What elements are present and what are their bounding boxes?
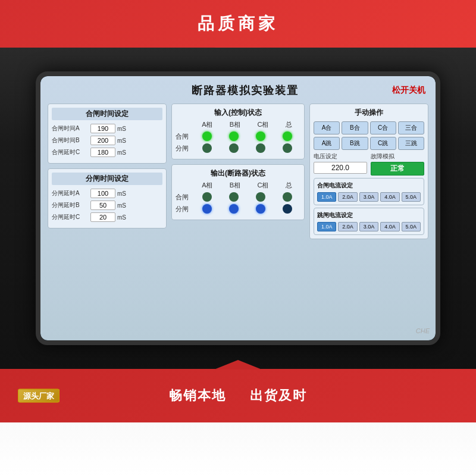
open-time-unit-a: mS <box>117 190 126 197</box>
input-open-dot-total <box>283 143 292 153</box>
input-close-dot-c <box>256 131 265 141</box>
btn-a-trip[interactable]: A跳 <box>314 137 340 150</box>
open-current-buttons: 1.0A 2.0A 3.0A 4.0A 5.0A <box>317 222 421 231</box>
screen-title-row: 断路器模拟实验装置 松开关机 <box>48 83 428 98</box>
open-time-section: 分闸时间设定 分闸延时A 100 mS 分闸延时B 50 mS 分闸延时C <box>48 168 167 228</box>
input-open-dots <box>193 143 300 153</box>
btn-c-trip[interactable]: C跳 <box>370 137 396 150</box>
che-indicator: CHE <box>416 327 430 334</box>
main-grid: 合闸时间设定 合闸时间A 190 mS 合闸时间B 200 mS 合闸延时 <box>48 104 428 324</box>
open-curr-btn-5[interactable]: 5.0A <box>402 222 421 231</box>
output-open-dot-c <box>256 204 265 214</box>
input-close-dot-total <box>283 131 292 141</box>
input-status-section: 输入(控制)状态 A相 B相 C相 总 合闸 <box>171 104 305 159</box>
input-header-total: 总 <box>286 120 292 129</box>
open-time-value-a[interactable]: 100 <box>90 189 115 198</box>
close-time-title: 合闸时间设定 <box>52 108 162 120</box>
open-time-row-b: 分闸延时B 50 mS <box>52 201 162 210</box>
close-time-label-b: 合闸时间B <box>52 136 90 145</box>
close-curr-btn-1[interactable]: 1.0A <box>317 192 336 202</box>
btn-all-close[interactable]: 三合 <box>398 121 424 134</box>
output-close-dot-total <box>283 192 292 202</box>
btn-a-close[interactable]: A合 <box>314 121 340 134</box>
open-time-value-c[interactable]: 20 <box>90 212 115 222</box>
close-current-title: 合闸电流设定 <box>317 181 421 190</box>
input-open-dot-a <box>202 143 212 153</box>
close-time-unit-a: mS <box>117 126 126 132</box>
output-close-dot-b <box>229 192 239 202</box>
input-status-header: A相 B相 C相 总 <box>176 120 300 129</box>
close-time-unit-c: mS <box>117 149 126 156</box>
close-time-value-b[interactable]: 200 <box>90 136 115 145</box>
output-status-section: 输出(断路器)状态 A相 B相 C相 总 合闸 <box>171 164 305 220</box>
input-header-b: B相 <box>230 120 240 129</box>
close-curr-btn-2[interactable]: 2.0A <box>338 192 357 202</box>
output-open-dot-total <box>283 204 292 214</box>
open-current-title: 跳闸电流设定 <box>317 211 421 220</box>
output-status-title: 输出(断路器)状态 <box>176 168 300 178</box>
close-current-section: 合闸电流设定 1.0A 2.0A 3.0A 4.0A 5.0A <box>314 178 424 205</box>
btn-all-trip[interactable]: 三跳 <box>398 137 424 150</box>
input-close-row: 合闸 <box>176 131 300 141</box>
output-open-dot-a <box>202 204 212 214</box>
input-open-dot-b <box>229 143 239 153</box>
open-curr-btn-3[interactable]: 3.0A <box>359 222 378 231</box>
top-banner: 品质商家 <box>0 0 476 48</box>
output-close-dot-c <box>256 192 265 202</box>
close-curr-btn-5[interactable]: 5.0A <box>402 192 421 202</box>
output-close-dot-a <box>202 192 212 202</box>
open-curr-btn-1[interactable]: 1.0A <box>317 222 336 231</box>
output-close-dots <box>193 192 300 202</box>
open-curr-btn-2[interactable]: 2.0A <box>338 222 357 231</box>
open-time-value-b[interactable]: 50 <box>90 201 115 210</box>
input-header-c: C相 <box>258 120 269 129</box>
input-status-title: 输入(控制)状态 <box>176 108 300 118</box>
input-close-dot-a <box>202 131 212 141</box>
slogan-1: 畅销本地 <box>169 387 226 405</box>
input-open-dot-c <box>256 143 265 153</box>
voltage-fault-row: 电压设定 220.0 故障模拟 正常 <box>314 152 424 176</box>
screen-panel: ⏻ 断路器模拟实验装置 松开关机 合闸时间设定 合闸时间A 19 <box>36 71 440 345</box>
output-header-c: C相 <box>258 181 269 190</box>
close-time-section: 合闸时间设定 合闸时间A 190 mS 合闸时间B 200 mS 合闸延时 <box>48 104 167 164</box>
fault-value[interactable]: 正常 <box>371 162 424 176</box>
voltage-section: 电压设定 220.0 <box>314 152 367 176</box>
close-curr-btn-3[interactable]: 3.0A <box>359 192 378 202</box>
btn-c-close[interactable]: C合 <box>370 121 396 134</box>
manual-btn-row1: A合 B合 C合 三合 <box>314 121 424 134</box>
shutdown-button[interactable]: 松开关机 <box>392 85 425 96</box>
open-time-row-a: 分闸延时A 100 mS <box>52 189 162 198</box>
btn-b-close[interactable]: B合 <box>342 121 368 134</box>
output-open-dots <box>193 204 300 214</box>
output-open-dot-b <box>229 204 239 214</box>
device-area: ⏻ 断路器模拟实验装置 松开关机 合闸时间设定 合闸时间A 19 <box>0 48 476 369</box>
voltage-value[interactable]: 220.0 <box>314 162 367 174</box>
output-header-a: A相 <box>202 181 212 190</box>
close-time-row-a: 合闸时间A 190 mS <box>52 124 162 133</box>
fault-section: 故障模拟 正常 <box>371 152 424 176</box>
open-current-section: 跳闸电流设定 1.0A 2.0A 3.0A 4.0A 5.0A <box>314 208 424 235</box>
close-time-unit-b: mS <box>117 137 126 144</box>
close-time-label-a: 合闸时间A <box>52 124 90 133</box>
close-time-row-c: 合闸延时C 180 mS <box>52 148 162 157</box>
input-close-label: 合闸 <box>176 132 193 141</box>
close-time-value-c[interactable]: 180 <box>90 148 115 157</box>
screen-title: 断路器模拟实验装置 <box>192 83 299 98</box>
output-close-row: 合闸 <box>176 192 300 202</box>
output-header-total: 总 <box>286 181 292 190</box>
output-open-label: 分闸 <box>176 205 193 214</box>
bottom-slogans: 畅销本地 出货及时 <box>0 387 476 405</box>
btn-b-trip[interactable]: B跳 <box>342 137 368 150</box>
manual-operation-section: 手动操作 A合 B合 C合 三合 A跳 B跳 C跳 三跳 <box>309 104 428 239</box>
close-current-buttons: 1.0A 2.0A 3.0A 4.0A 5.0A <box>317 192 421 202</box>
open-time-title: 分闸时间设定 <box>52 173 162 185</box>
middle-column: 输入(控制)状态 A相 B相 C相 总 合闸 <box>171 104 305 324</box>
close-time-row-b: 合闸时间B 200 mS <box>52 136 162 145</box>
open-curr-btn-4[interactable]: 4.0A <box>380 222 399 231</box>
close-time-value-a[interactable]: 190 <box>90 124 115 133</box>
open-time-unit-b: mS <box>117 202 126 209</box>
bottom-banner: 源头厂家 畅销本地 出货及时 <box>0 369 476 476</box>
source-badge: 源头厂家 <box>18 389 60 403</box>
open-time-label-b: 分闸延时B <box>52 201 90 209</box>
close-curr-btn-4[interactable]: 4.0A <box>380 192 399 202</box>
